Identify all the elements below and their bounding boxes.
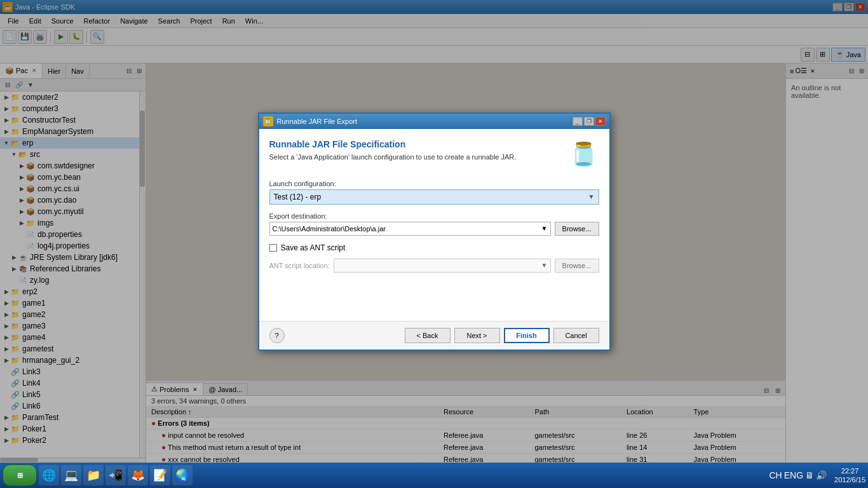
taskbar-globe-icon[interactable]: 🌏 [172, 465, 193, 485]
dialog-footer: ? < Back Next > Finish Cancel [259, 321, 609, 349]
taskbar-firefox-icon[interactable]: 🦊 [128, 465, 148, 485]
export-dest-row: C:\Users\Administrator\Desktop\a.jar ▼ B… [269, 222, 599, 236]
start-orb-icon: ⊞ [17, 471, 23, 480]
launch-config-dropdown[interactable]: Test (12) - erp ▼ [269, 189, 599, 205]
export-dest-value: C:\Users\Administrator\Desktop\a.jar [273, 225, 386, 233]
ant-checkbox-row: Save as ANT script [269, 243, 599, 252]
dialog-close-btn[interactable]: ✕ [595, 117, 606, 126]
tray-volume: 🔊 [816, 470, 827, 480]
taskbar-ie-icon[interactable]: 🌐 [39, 465, 59, 485]
jar-export-dialog: 🫙 Runnable JAR File Export _ ❐ ✕ Runnabl… [258, 112, 611, 351]
ant-location-input[interactable]: ▼ [334, 259, 551, 273]
dialog-minimize-btn[interactable]: _ [573, 117, 583, 126]
ant-input-arrow: ▼ [541, 262, 548, 269]
dialog-heading: Runnable JAR File Specification [269, 139, 562, 149]
system-clock[interactable]: 22:27 2012/6/15 [834, 466, 865, 485]
clock-date: 2012/6/15 [834, 475, 865, 484]
export-dest-section: Export destination: C:\Users\Administrat… [269, 212, 599, 236]
ant-location-row: ANT script location: ▼ Browse... [269, 259, 599, 273]
clock-time: 22:27 [834, 466, 865, 475]
tray-ch: CH [769, 470, 782, 480]
dialog-maximize-btn[interactable]: ❐ [584, 117, 594, 126]
taskbar-media-icon[interactable]: 📲 [105, 465, 126, 485]
dialog-overlay: 🫙 Runnable JAR File Export _ ❐ ✕ Runnabl… [0, 0, 868, 463]
ant-browse-btn[interactable]: Browse... [555, 259, 599, 273]
dialog-title-bar: 🫙 Runnable JAR File Export _ ❐ ✕ [259, 114, 609, 129]
dropdown-arrow-icon: ▼ [588, 193, 595, 200]
dialog-header-text: Runnable JAR File Specification Select a… [269, 139, 562, 161]
save-ant-checkbox[interactable] [269, 244, 277, 252]
launch-config-value: Test (12) - erp [274, 193, 322, 201]
export-dest-label: Export destination: [269, 212, 599, 220]
jar-export-icon: 🫙 [569, 139, 599, 170]
export-dest-input[interactable]: C:\Users\Administrator\Desktop\a.jar ▼ [269, 222, 551, 236]
dialog-body: Runnable JAR File Specification Select a… [259, 129, 609, 321]
taskbar: ⊞ 🌐 💻 📁 📲 🦊 📝 🌏 CH ENG 🖥 🔊 22:27 2012/6/… [0, 463, 868, 488]
back-btn[interactable]: < Back [405, 328, 451, 343]
dialog-title-text: Runnable JAR File Export [277, 118, 358, 125]
dialog-spacer [269, 273, 599, 311]
export-browse-btn[interactable]: Browse... [555, 222, 599, 236]
dialog-description: Select a 'Java Application' launch confi… [269, 153, 562, 161]
tray-icons: CH ENG 🖥 🔊 [769, 470, 827, 480]
export-dest-dropdown-arrow: ▼ [541, 225, 548, 232]
dialog-title-controls: _ ❐ ✕ [573, 117, 606, 126]
taskbar-right: CH ENG 🖥 🔊 22:27 2012/6/15 [769, 466, 865, 485]
dialog-title-icon: 🫙 [263, 116, 273, 126]
tray-network: 🖥 [805, 470, 814, 480]
taskbar-files-icon[interactable]: 📁 [83, 465, 104, 485]
ant-location-label: ANT script location: [269, 262, 330, 269]
launch-config-section: Launch configuration: Test (12) - erp ▼ [269, 180, 599, 205]
taskbar-explorer-icon[interactable]: 💻 [61, 465, 81, 485]
launch-config-label: Launch configuration: [269, 180, 599, 187]
start-button[interactable]: ⊞ [3, 464, 37, 486]
cancel-btn[interactable]: Cancel [553, 328, 599, 343]
tray-eng: ENG [784, 470, 803, 480]
help-btn[interactable]: ? [269, 328, 285, 343]
finish-btn[interactable]: Finish [504, 328, 550, 343]
dialog-header: Runnable JAR File Specification Select a… [269, 139, 599, 170]
next-btn[interactable]: Next > [454, 328, 500, 343]
taskbar-word-icon[interactable]: 📝 [150, 465, 170, 485]
save-ant-label: Save as ANT script [281, 243, 346, 252]
